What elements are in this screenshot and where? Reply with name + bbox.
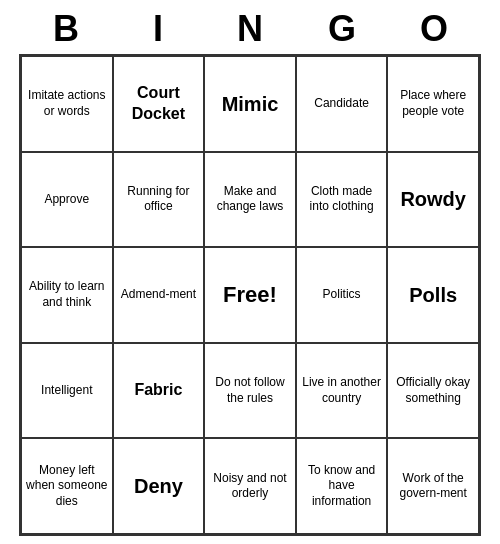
- cell-r3-c0: Intelligent: [21, 343, 113, 439]
- cell-r0-c2: Mimic: [204, 56, 296, 152]
- cell-r0-c3: Candidate: [296, 56, 388, 152]
- cell-r4-c2: Noisy and not orderly: [204, 438, 296, 534]
- cell-r0-c1: Court Docket: [113, 56, 205, 152]
- cell-r4-c0: Money left when someone dies: [21, 438, 113, 534]
- cell-r3-c1: Fabric: [113, 343, 205, 439]
- cell-r4-c3: To know and have information: [296, 438, 388, 534]
- bingo-letter: N: [208, 8, 292, 50]
- cell-r1-c2: Make and change laws: [204, 152, 296, 248]
- cell-r1-c4: Rowdy: [387, 152, 479, 248]
- cell-r2-c1: Admend-ment: [113, 247, 205, 343]
- bingo-letter: O: [392, 8, 476, 50]
- cell-r2-c3: Politics: [296, 247, 388, 343]
- cell-r4-c4: Work of the govern-ment: [387, 438, 479, 534]
- cell-r0-c4: Place where people vote: [387, 56, 479, 152]
- cell-r2-c4: Polls: [387, 247, 479, 343]
- cell-r0-c0: Imitate actions or words: [21, 56, 113, 152]
- cell-r3-c4: Officially okay something: [387, 343, 479, 439]
- bingo-letter: G: [300, 8, 384, 50]
- cell-r3-c3: Live in another country: [296, 343, 388, 439]
- cell-r1-c3: Cloth made into clothing: [296, 152, 388, 248]
- bingo-header: BINGO: [20, 0, 480, 54]
- cell-r3-c2: Do not follow the rules: [204, 343, 296, 439]
- cell-r4-c1: Deny: [113, 438, 205, 534]
- cell-r2-c2: Free!: [204, 247, 296, 343]
- bingo-grid: Imitate actions or wordsCourt DocketMimi…: [19, 54, 481, 536]
- bingo-letter: I: [116, 8, 200, 50]
- bingo-letter: B: [24, 8, 108, 50]
- cell-r2-c0: Ability to learn and think: [21, 247, 113, 343]
- cell-r1-c0: Approve: [21, 152, 113, 248]
- cell-r1-c1: Running for office: [113, 152, 205, 248]
